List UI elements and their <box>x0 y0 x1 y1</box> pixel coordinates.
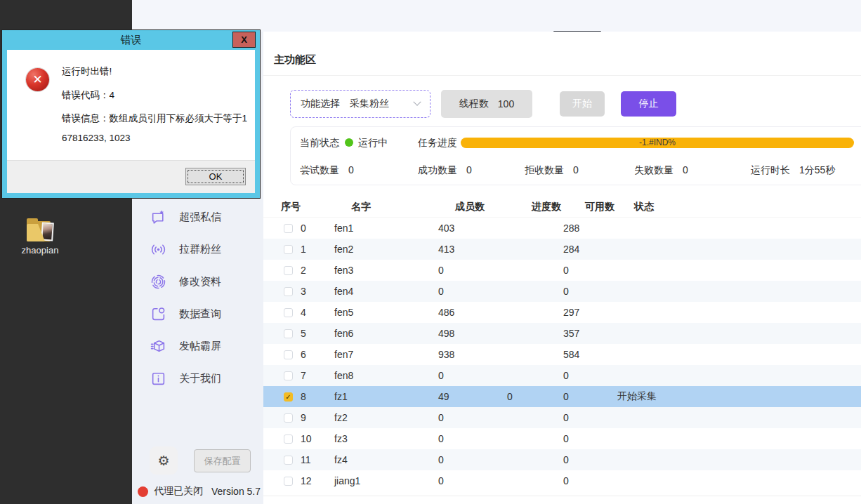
stat-rejected: 拒收数量0 <box>525 163 579 177</box>
row-checkbox[interactable] <box>284 245 293 254</box>
cell-name: fen2 <box>334 244 438 255</box>
table-row[interactable]: 3 fen4 0 0 <box>263 281 861 302</box>
cell-no: 4 <box>301 307 334 318</box>
row-checkbox[interactable] <box>284 371 293 380</box>
table-row[interactable]: 4 fen5 486 297 <box>263 302 861 323</box>
error-dialog-title: 错误 <box>121 34 142 47</box>
sidebar-item-label: 拉群粉丝 <box>179 243 221 256</box>
cell-status: 开始采集 <box>617 390 861 403</box>
close-button[interactable]: X <box>232 32 256 48</box>
cell-name: fz2 <box>334 412 438 423</box>
row-checkbox[interactable] <box>284 287 293 296</box>
sidebar-item-about-us[interactable]: 关于我们 <box>132 367 263 390</box>
cell-members: 403 <box>438 223 507 234</box>
table-row[interactable]: 11 fz4 0 0 <box>263 449 861 470</box>
table-row[interactable]: 1 fen2 413 284 <box>263 239 861 260</box>
table-row[interactable]: 2 fen3 0 0 <box>263 260 861 281</box>
table-body: 0 fen1 403 288 1 fen2 413 284 2 fen3 0 0… <box>263 218 861 491</box>
error-dialog-footer: OK <box>7 160 255 193</box>
stop-button[interactable]: 停止 <box>621 91 676 117</box>
cell-no: 7 <box>301 370 334 381</box>
cell-no: 3 <box>301 286 334 297</box>
cell-available: 0 <box>563 265 617 276</box>
save-config-button[interactable]: 保存配置 <box>194 449 251 472</box>
cell-name: fen5 <box>334 307 438 318</box>
folder-label: zhaopian <box>18 245 62 256</box>
column-header-progress: 进度数 <box>532 201 585 213</box>
table-row[interactable]: 5 fen6 498 357 <box>263 323 861 344</box>
sidebar-item-modify-profile[interactable]: 修改资料 <box>132 270 263 293</box>
function-select-value: 采集粉丝 <box>350 98 389 110</box>
error-dialog: 错误 X ✕ 运行时出错! 错误代码：4 错误信息：数组成员引用下标必须大于等于… <box>1 29 261 199</box>
cell-available: 0 <box>563 370 617 381</box>
broadcast-icon <box>150 241 166 258</box>
proxy-status-dot <box>138 486 148 497</box>
table-header: 序号 名字 成员数 进度数 可用数 状态 <box>263 197 861 218</box>
chat-star-icon <box>150 209 166 225</box>
error-line: 错误代码：4 <box>62 89 114 102</box>
error-icon: ✕ <box>26 68 49 91</box>
stat-attempts: 尝试数量0 <box>300 163 354 177</box>
function-select-dropdown[interactable]: 功能选择 采集粉丝 <box>290 90 430 118</box>
column-header-no: 序号 <box>281 201 351 213</box>
sidebar-item-post-flood[interactable]: 发帖霸屏 <box>132 335 263 357</box>
table-row[interactable]: 10 fz3 0 0 <box>263 428 861 449</box>
zhaopian-folder[interactable]: zhaopian <box>18 216 62 256</box>
row-checkbox[interactable] <box>284 329 293 338</box>
folder-icon <box>25 216 55 243</box>
cell-available: 0 <box>563 454 617 465</box>
divider <box>263 75 861 76</box>
cell-available: 0 <box>563 391 617 402</box>
sidebar-item-label: 修改资料 <box>179 275 221 289</box>
sidebar-item-label: 超强私信 <box>179 211 221 224</box>
sidebar-item-data-query[interactable]: 数据查询 <box>132 303 263 325</box>
cell-members: 49 <box>438 391 507 402</box>
current-status-value: 运行中 <box>358 135 388 150</box>
ok-button[interactable]: OK <box>185 168 246 185</box>
error-dialog-content: ✕ 运行时出错! 错误代码：4 错误信息：数组成员引用下标必须大于等于1 678… <box>7 50 255 160</box>
stat-runtime: 运行时长1分55秒 <box>751 163 835 177</box>
start-button[interactable]: 开始 <box>560 91 605 117</box>
cell-no: 2 <box>301 265 334 276</box>
stat-success: 成功数量0 <box>418 163 472 177</box>
current-status-label: 当前状态 <box>300 135 339 150</box>
error-dialog-titlebar[interactable]: 错误 <box>7 30 255 50</box>
cell-members: 0 <box>438 265 507 276</box>
cell-available: 288 <box>563 223 617 234</box>
status-panel: 当前状态 运行中 任务进度 -1.#IND% 尝试数量0 成功数量0 拒收数量0… <box>290 126 861 185</box>
contact-card-icon <box>150 306 166 322</box>
table-row[interactable]: 9 fz2 0 0 <box>263 407 861 428</box>
row-checkbox[interactable] <box>284 477 293 486</box>
cell-members: 938 <box>438 349 507 360</box>
fingerprint-icon <box>150 274 166 290</box>
chevron-down-icon <box>413 98 421 106</box>
cell-name: fen3 <box>334 265 438 276</box>
info-icon <box>150 371 166 387</box>
row-checkbox[interactable] <box>284 456 293 465</box>
sidebar-item-private-message[interactable]: 超强私信 <box>132 206 263 228</box>
table-row[interactable]: 0 fen1 403 288 <box>263 218 861 239</box>
cell-members: 498 <box>438 328 507 339</box>
row-checkbox[interactable] <box>284 224 293 233</box>
row-checkbox[interactable]: ✓ <box>284 392 293 402</box>
proxy-status-row: 代理已关闭 Version 5.7 <box>138 485 261 498</box>
sidebar-item-label: 发帖霸屏 <box>179 340 221 353</box>
thread-count-label: 线程数 <box>459 98 489 110</box>
cell-no: 10 <box>301 433 334 444</box>
row-checkbox[interactable] <box>284 413 293 423</box>
thread-count-input[interactable]: 线程数 100 <box>441 90 532 118</box>
settings-button[interactable]: ⚙ <box>150 446 178 475</box>
row-checkbox[interactable] <box>284 308 293 317</box>
table-row[interactable]: 7 fen8 0 0 <box>263 365 861 386</box>
table-row[interactable]: 6 fen7 938 584 <box>263 344 861 365</box>
cell-no: 6 <box>301 349 334 360</box>
column-header-name: 名字 <box>351 201 455 213</box>
row-checkbox[interactable] <box>284 266 293 275</box>
sidebar-item-pull-group-fans[interactable]: 拉群粉丝 <box>132 238 263 260</box>
row-checkbox[interactable] <box>284 350 293 359</box>
table-row[interactable]: 12 jiang1 0 0 <box>263 470 861 491</box>
table-row[interactable]: ✓ 8 fz1 49 0 0 开始采集 <box>263 386 861 407</box>
cell-name: fz4 <box>334 454 438 465</box>
cell-no: 11 <box>301 454 334 465</box>
row-checkbox[interactable] <box>284 435 293 444</box>
